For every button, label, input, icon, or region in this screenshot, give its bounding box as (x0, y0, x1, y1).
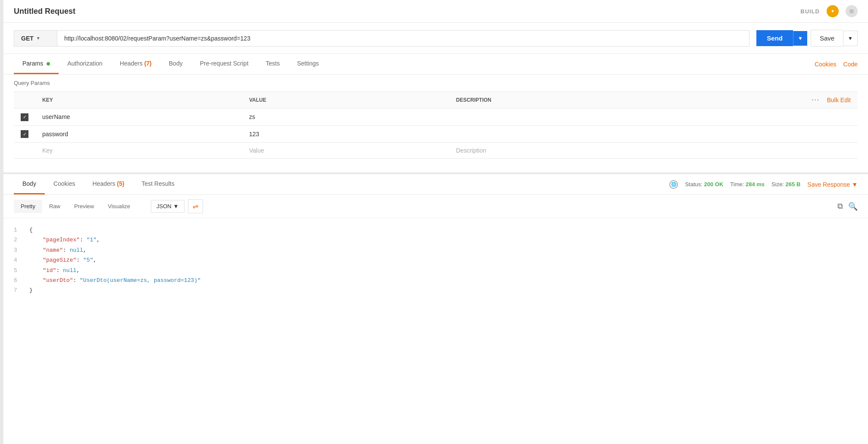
row1-value: zs (249, 113, 255, 120)
response-section: Body Cookies Headers (5) Test Results 🌐 … (3, 172, 868, 303)
response-tab-body[interactable]: Body (14, 174, 45, 194)
json-line-6: 6 "userDto": "UserDto(userName=zs, passw… (14, 275, 858, 285)
tab-tests[interactable]: Tests (257, 54, 289, 74)
row2-value: 123 (249, 131, 259, 138)
tab-authorization[interactable]: Authorization (59, 54, 111, 74)
row1-key: userName (42, 113, 70, 120)
view-tab-pretty[interactable]: Pretty (14, 200, 42, 213)
tab-headers[interactable]: Headers (7) (111, 54, 160, 74)
table-row: ✓ userName zs (14, 109, 858, 126)
view-controls-left: Pretty Raw Preview Visualize JSON ▼ ⇌ (14, 199, 203, 213)
url-input[interactable] (57, 30, 749, 47)
format-chevron-icon: ▼ (173, 203, 179, 209)
body-controls: Pretty Raw Preview Visualize JSON ▼ ⇌ (3, 195, 868, 218)
key-placeholder: Key (42, 147, 53, 154)
save-dropdown-button[interactable]: ▼ (843, 31, 858, 46)
request-tabs: Params Authorization Headers (7) Body Pr… (14, 54, 328, 74)
url-bar: GET ▼ Send ▼ Save ▼ (3, 23, 868, 54)
status-label: Status: 200 OK (685, 181, 723, 188)
response-tabs-bar: Body Cookies Headers (5) Test Results 🌐 … (3, 174, 868, 195)
table-row: ✓ password 123 (14, 125, 858, 143)
empty-actions-cell (789, 143, 858, 159)
desc-placeholder: Description (456, 147, 486, 154)
header-right: BUILD ✦ ⊞ (800, 5, 858, 17)
params-table: KEY VALUE DESCRIPTION ··· Bulk Edit (14, 91, 858, 159)
row1-value-cell: zs (242, 109, 449, 126)
row1-key-cell: userName (35, 109, 242, 126)
json-line-3: 3 "name": null, (14, 245, 858, 255)
col-actions: ··· Bulk Edit (789, 92, 858, 109)
col-key: KEY (35, 92, 242, 109)
send-button-group: Send ▼ (756, 30, 807, 46)
send-button[interactable]: Send (756, 30, 793, 46)
search-icon[interactable]: 🔍 (848, 202, 858, 211)
response-tabs: Body Cookies Headers (5) Test Results (14, 174, 183, 194)
save-button-group: Save ▼ (811, 30, 858, 47)
left-sidebar (0, 0, 3, 444)
tab-settings[interactable]: Settings (288, 54, 328, 74)
response-tab-cookies[interactable]: Cookies (45, 174, 84, 194)
view-tab-preview[interactable]: Preview (67, 200, 101, 213)
tab-params[interactable]: Params (14, 54, 59, 74)
response-tab-headers[interactable]: Headers (5) (84, 174, 133, 194)
code-link[interactable]: Code (843, 55, 858, 74)
row2-value-cell: 123 (242, 125, 449, 143)
size-label: Size: 265 B (771, 181, 800, 188)
body-right-controls: ⧉ 🔍 (837, 202, 858, 211)
json-line-7: 7 } (14, 285, 858, 295)
time-label: Time: 284 ms (730, 181, 765, 188)
response-meta: 🌐 Status: 200 OK Time: 284 ms Size: 265 … (669, 180, 858, 189)
bulk-edit-button[interactable]: Bulk Edit (827, 97, 851, 103)
row1-checkbox[interactable]: ✓ (21, 113, 28, 121)
method-value: GET (21, 35, 34, 42)
settings-avatar-icon: ⊞ (846, 5, 858, 17)
view-tabs: Pretty Raw Preview Visualize (14, 200, 137, 213)
method-select[interactable]: GET ▼ (14, 30, 57, 47)
send-dropdown-button[interactable]: ▼ (793, 31, 807, 46)
wrap-icon: ⇌ (193, 202, 198, 210)
check-icon: ✓ (23, 131, 27, 137)
json-line-2: 2 "pageIndex": "1", (14, 235, 858, 245)
row1-actions-cell (789, 109, 858, 126)
build-label: BUILD (800, 8, 820, 15)
status-value: 200 OK (704, 181, 724, 188)
empty-value-cell[interactable]: Value (242, 143, 449, 159)
globe-icon: 🌐 (669, 180, 678, 189)
col-checkbox (14, 92, 35, 109)
row1-desc-cell (449, 109, 789, 126)
cookies-link[interactable]: Cookies (815, 55, 837, 74)
more-options-button[interactable]: ··· (812, 96, 820, 103)
row2-key: password (42, 131, 68, 138)
table-row-empty: Key Value Description (14, 143, 858, 159)
time-value: 284 ms (746, 181, 765, 188)
params-dot-icon (47, 62, 50, 66)
row2-checkbox[interactable]: ✓ (21, 130, 28, 138)
header: Untitled Request BUILD ✦ ⊞ (3, 0, 868, 23)
view-tab-raw[interactable]: Raw (42, 200, 67, 213)
user-avatar-icon: ✦ (827, 5, 839, 17)
row2-key-cell: password (35, 125, 242, 143)
row2-checkbox-cell: ✓ (14, 125, 35, 143)
response-tab-test-results[interactable]: Test Results (133, 174, 183, 194)
method-chevron-icon: ▼ (36, 36, 41, 41)
check-icon: ✓ (23, 114, 27, 120)
tab-prerequest[interactable]: Pre-request Script (191, 54, 257, 74)
format-select[interactable]: JSON ▼ (151, 200, 184, 213)
json-response-content: 1 { 2 "pageIndex": "1", 3 "name": null, … (3, 218, 868, 303)
json-line-5: 5 "id": null, (14, 266, 858, 275)
empty-checkbox-cell (14, 143, 35, 159)
request-title: Untitled Request (14, 7, 75, 16)
save-response-chevron-icon: ▼ (852, 181, 858, 188)
json-line-1: 1 { (14, 225, 858, 235)
row1-checkbox-cell: ✓ (14, 109, 35, 126)
value-placeholder: Value (249, 147, 264, 154)
tab-body[interactable]: Body (160, 54, 191, 74)
empty-key-cell[interactable]: Key (35, 143, 242, 159)
save-response-button[interactable]: Save Response ▼ (807, 181, 858, 188)
copy-icon[interactable]: ⧉ (837, 202, 843, 211)
view-tab-visualize[interactable]: Visualize (101, 200, 137, 213)
empty-desc-cell[interactable]: Description (449, 143, 789, 159)
col-value: VALUE (242, 92, 449, 109)
wrap-button[interactable]: ⇌ (188, 199, 203, 213)
save-button[interactable]: Save (811, 30, 843, 47)
